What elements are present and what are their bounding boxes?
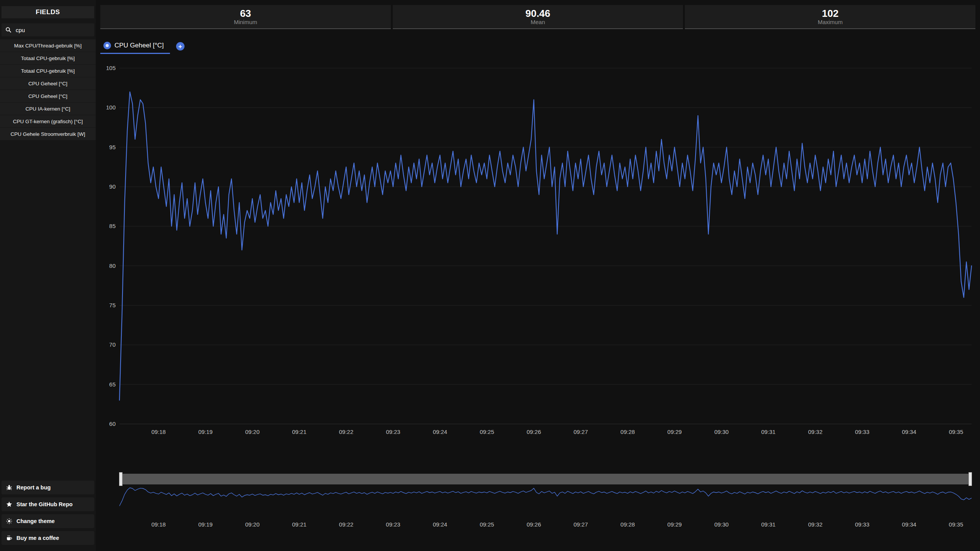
field-item[interactable]: CPU Geheel [°C] bbox=[0, 77, 96, 90]
stats-row: 63 Minimum 90.46 Mean 102 Maximum bbox=[100, 5, 975, 29]
svg-text:09:32: 09:32 bbox=[808, 429, 823, 435]
brush-x-label: 09:25 bbox=[480, 521, 494, 528]
svg-text:85: 85 bbox=[109, 223, 116, 229]
plus-icon: + bbox=[178, 43, 182, 50]
field-list: Max CPU/Thread-gebruik [%] Totaal CPU-ge… bbox=[0, 39, 96, 140]
stat-mean: 90.46 Mean bbox=[393, 5, 683, 29]
coffee-icon bbox=[6, 535, 12, 541]
stat-label: Mean bbox=[531, 19, 545, 25]
brush-x-label: 09:26 bbox=[527, 521, 541, 528]
main-chart[interactable]: 606570758085909510010509:1809:1909:2009:… bbox=[100, 57, 975, 439]
svg-text:09:26: 09:26 bbox=[527, 429, 541, 435]
stat-value: 102 bbox=[822, 8, 838, 18]
stat-maximum: 102 Maximum bbox=[685, 5, 975, 29]
svg-text:90: 90 bbox=[109, 183, 116, 190]
brush-handle-right[interactable] bbox=[969, 472, 972, 486]
sun-icon bbox=[6, 518, 12, 524]
search-input[interactable] bbox=[15, 26, 93, 34]
field-item[interactable]: Totaal CPU-gebruik [%] bbox=[0, 52, 96, 64]
sidebar: FIELDS Max CPU/Thread-gebruik [%] Totaal… bbox=[0, 0, 96, 551]
svg-text:65: 65 bbox=[109, 381, 116, 388]
stat-minimum: 63 Minimum bbox=[100, 5, 391, 29]
star-icon bbox=[6, 501, 12, 507]
series-dot-icon bbox=[103, 42, 111, 49]
main-panel: 63 Minimum 90.46 Mean 102 Maximum CPU Ge… bbox=[96, 0, 980, 551]
svg-text:09:19: 09:19 bbox=[198, 429, 213, 435]
brush-track[interactable] bbox=[119, 474, 972, 484]
brush-x-label: 09:28 bbox=[621, 521, 635, 528]
svg-text:09:27: 09:27 bbox=[573, 429, 588, 435]
brush-x-label: 09:32 bbox=[808, 521, 823, 528]
svg-text:09:18: 09:18 bbox=[151, 429, 166, 435]
tab-bar: CPU Geheel [°C] + bbox=[100, 38, 185, 54]
svg-text:09:23: 09:23 bbox=[386, 429, 400, 435]
brush-x-label: 09:31 bbox=[761, 521, 776, 528]
svg-text:09:21: 09:21 bbox=[292, 429, 307, 435]
field-item[interactable]: Max CPU/Thread-gebruik [%] bbox=[0, 39, 96, 52]
range-brush: 09:1809:1909:2009:2109:2209:2309:2409:25… bbox=[119, 471, 972, 536]
buy-coffee-button[interactable]: Buy me a coffee bbox=[2, 531, 94, 545]
tab-cpu-geheel[interactable]: CPU Geheel [°C] bbox=[100, 39, 170, 54]
star-repo-button[interactable]: Star the GitHub Repo bbox=[2, 497, 94, 511]
svg-text:09:31: 09:31 bbox=[761, 429, 776, 435]
stat-label: Minimum bbox=[234, 19, 257, 25]
svg-text:09:29: 09:29 bbox=[667, 429, 682, 435]
mini-chart[interactable] bbox=[119, 484, 972, 511]
svg-text:105: 105 bbox=[106, 65, 116, 71]
brush-x-label: 09:20 bbox=[245, 521, 260, 528]
svg-text:09:35: 09:35 bbox=[949, 429, 964, 435]
field-item[interactable]: CPU IA-kernen [°C] bbox=[0, 103, 96, 115]
field-search[interactable] bbox=[2, 23, 94, 36]
sidebar-actions: Report a bug Star the GitHub Repo Change… bbox=[2, 478, 94, 545]
brush-x-label: 09:23 bbox=[386, 521, 400, 528]
stat-label: Maximum bbox=[818, 19, 843, 25]
svg-text:09:28: 09:28 bbox=[621, 429, 635, 435]
svg-text:100: 100 bbox=[106, 104, 116, 111]
brush-x-label: 09:22 bbox=[339, 521, 354, 528]
brush-x-label: 09:29 bbox=[667, 521, 682, 528]
field-item[interactable]: Totaal CPU-gebruik [%] bbox=[0, 65, 96, 77]
field-item[interactable]: CPU Gehele Stroomverbruik [W] bbox=[0, 128, 96, 140]
action-label: Buy me a coffee bbox=[16, 535, 59, 541]
brush-handle-left[interactable] bbox=[119, 472, 122, 486]
brush-x-label: 09:35 bbox=[949, 521, 964, 528]
action-label: Change theme bbox=[16, 518, 55, 524]
svg-text:60: 60 bbox=[109, 421, 116, 427]
stat-value: 90.46 bbox=[525, 8, 550, 18]
svg-text:80: 80 bbox=[109, 262, 116, 269]
fields-header: FIELDS bbox=[2, 6, 94, 18]
action-label: Star the GitHub Repo bbox=[16, 501, 73, 507]
brush-x-label: 09:33 bbox=[855, 521, 870, 528]
svg-text:09:33: 09:33 bbox=[855, 429, 870, 435]
svg-text:09:25: 09:25 bbox=[480, 429, 494, 435]
brush-x-label: 09:34 bbox=[902, 521, 916, 528]
brush-x-label: 09:27 bbox=[573, 521, 588, 528]
field-item[interactable]: CPU GT-kernen (grafisch) [°C] bbox=[0, 115, 96, 127]
change-theme-button[interactable]: Change theme bbox=[2, 514, 94, 528]
svg-text:09:22: 09:22 bbox=[339, 429, 354, 435]
brush-axis-labels: 09:1809:1909:2009:2109:2209:2309:2409:25… bbox=[119, 521, 972, 529]
stat-value: 63 bbox=[240, 8, 251, 18]
tab-label: CPU Geheel [°C] bbox=[114, 42, 164, 49]
brush-x-label: 09:19 bbox=[198, 521, 213, 528]
brush-x-label: 09:21 bbox=[292, 521, 307, 528]
field-item[interactable]: CPU Geheel [°C] bbox=[0, 90, 96, 102]
svg-text:75: 75 bbox=[109, 302, 116, 308]
brush-x-label: 09:30 bbox=[714, 521, 729, 528]
report-bug-button[interactable]: Report a bug bbox=[2, 481, 94, 494]
svg-text:95: 95 bbox=[109, 144, 116, 150]
brush-x-label: 09:24 bbox=[433, 521, 448, 528]
svg-text:09:20: 09:20 bbox=[245, 429, 260, 435]
search-icon bbox=[5, 27, 11, 33]
add-tab-button[interactable]: + bbox=[176, 42, 185, 51]
brush-x-label: 09:18 bbox=[151, 521, 166, 528]
bug-icon bbox=[6, 484, 12, 491]
svg-text:09:24: 09:24 bbox=[433, 429, 448, 435]
svg-text:70: 70 bbox=[109, 341, 116, 348]
svg-text:09:30: 09:30 bbox=[714, 429, 729, 435]
svg-text:09:34: 09:34 bbox=[902, 429, 916, 435]
action-label: Report a bug bbox=[16, 484, 51, 491]
